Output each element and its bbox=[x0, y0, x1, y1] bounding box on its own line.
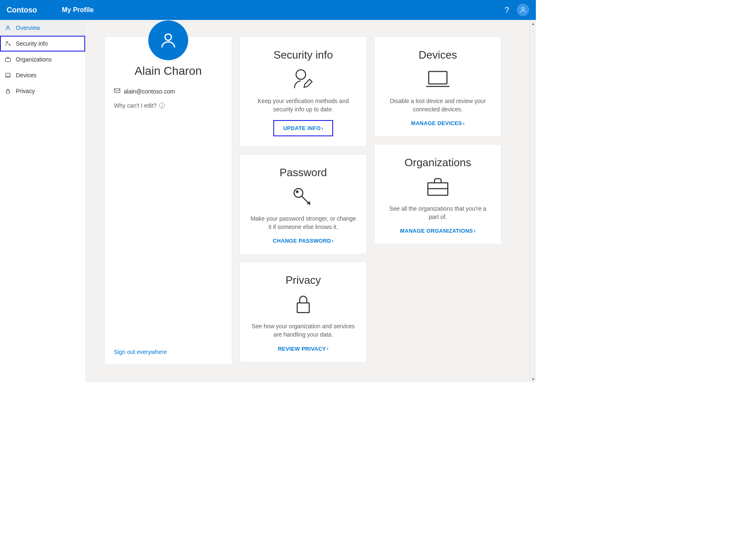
sidebar-item-label: Organizations bbox=[16, 56, 52, 63]
chevron-right-icon: › bbox=[463, 120, 464, 126]
svg-rect-13 bbox=[429, 71, 447, 84]
svg-rect-8 bbox=[114, 89, 120, 92]
header-bar: Contoso My Profile ? bbox=[0, 0, 536, 20]
profile-avatar bbox=[148, 20, 188, 60]
chevron-right-icon: › bbox=[332, 238, 334, 244]
info-icon: i bbox=[159, 103, 165, 108]
person-edit-icon bbox=[291, 67, 315, 91]
sidebar-item-organizations[interactable]: Organizations bbox=[0, 52, 85, 67]
card-desc: See how your organization and services a… bbox=[249, 322, 357, 339]
profile-card: Alain Charon alain@contoso.com Why can't… bbox=[104, 37, 232, 365]
profile-email-row: alain@contoso.com bbox=[114, 88, 175, 95]
briefcase-icon bbox=[4, 56, 12, 63]
sidebar-item-label: Overview bbox=[16, 25, 40, 31]
svg-point-7 bbox=[165, 34, 171, 40]
svg-point-9 bbox=[296, 70, 306, 79]
person-icon bbox=[4, 24, 12, 32]
svg-rect-5 bbox=[6, 73, 10, 76]
brand-label: Contoso bbox=[7, 6, 37, 15]
scroll-up-arrow[interactable]: ▴ bbox=[530, 20, 536, 27]
card-title: Password bbox=[280, 166, 327, 179]
chevron-right-icon: › bbox=[327, 346, 329, 352]
sidebar-item-devices[interactable]: Devices bbox=[0, 67, 85, 83]
help-icon[interactable]: ? bbox=[500, 3, 513, 17]
why-cant-edit[interactable]: Why can't I edit? i bbox=[114, 102, 165, 109]
card-desc: Make your password stronger, or change i… bbox=[249, 215, 357, 231]
update-info-button[interactable]: UPDATE INFO › bbox=[273, 120, 334, 136]
sidebar-item-label: Security info bbox=[16, 40, 48, 47]
svg-rect-12 bbox=[297, 303, 309, 312]
laptop-icon bbox=[4, 71, 12, 79]
svg-rect-6 bbox=[6, 91, 10, 93]
manage-organizations-link[interactable]: MANAGE ORGANIZATIONS › bbox=[400, 228, 476, 234]
svg-point-3 bbox=[9, 44, 10, 45]
card-desc: Disable a lost device and review your co… bbox=[384, 97, 492, 113]
change-password-link[interactable]: CHANGE PASSWORD › bbox=[273, 238, 334, 244]
svg-point-0 bbox=[522, 7, 524, 10]
sidebar-item-privacy[interactable]: Privacy bbox=[0, 83, 85, 99]
profile-email: alain@contoso.com bbox=[124, 88, 175, 95]
svg-point-11 bbox=[297, 191, 298, 193]
scroll-down-arrow[interactable]: ▾ bbox=[530, 376, 536, 382]
lock-icon bbox=[4, 87, 12, 95]
svg-point-2 bbox=[6, 42, 8, 43]
card-desc: Keep your verification methods and secur… bbox=[249, 97, 357, 113]
sidebar: Overview Security info Organizations Dev… bbox=[0, 20, 85, 382]
sidebar-item-security-info[interactable]: Security info bbox=[0, 36, 85, 52]
key-icon bbox=[291, 185, 315, 208]
mail-icon bbox=[114, 88, 120, 95]
svg-point-1 bbox=[7, 26, 9, 28]
privacy-card: Privacy See how your organization and se… bbox=[240, 262, 367, 362]
sidebar-item-overview[interactable]: Overview bbox=[0, 20, 85, 36]
card-title: Privacy bbox=[285, 274, 321, 287]
profile-name: Alain Charon bbox=[114, 64, 223, 78]
security-info-card: Security info Keep your verification met… bbox=[240, 37, 367, 147]
chevron-right-icon: › bbox=[474, 228, 476, 234]
review-privacy-link[interactable]: REVIEW PRIVACY › bbox=[278, 346, 329, 352]
card-title: Organizations bbox=[405, 156, 471, 169]
svg-point-10 bbox=[294, 189, 303, 197]
laptop-icon bbox=[425, 67, 451, 91]
lock-icon bbox=[293, 293, 314, 316]
card-title: Devices bbox=[419, 49, 457, 61]
briefcase-icon bbox=[425, 175, 450, 198]
page-title: My Profile bbox=[62, 6, 93, 14]
sidebar-item-label: Privacy bbox=[16, 88, 35, 94]
password-card: Password Make your password stronger, or… bbox=[240, 154, 367, 254]
sign-out-everywhere-link[interactable]: Sign out everywhere bbox=[114, 349, 167, 355]
user-avatar[interactable] bbox=[517, 4, 529, 16]
card-title: Security info bbox=[273, 49, 333, 61]
person-key-icon bbox=[4, 40, 12, 47]
devices-card: Devices Disable a lost device and review… bbox=[374, 37, 501, 137]
organizations-card: Organizations See all the organizations … bbox=[374, 144, 501, 244]
scrollbar[interactable]: ▴ ▾ bbox=[529, 20, 536, 382]
svg-rect-4 bbox=[5, 58, 10, 61]
sidebar-item-label: Devices bbox=[16, 72, 37, 79]
chevron-right-icon: › bbox=[322, 125, 323, 131]
card-desc: See all the organizations that you're a … bbox=[384, 205, 492, 221]
manage-devices-link[interactable]: MANAGE DEVICES › bbox=[411, 120, 465, 126]
main-content: Alain Charon alain@contoso.com Why can't… bbox=[85, 20, 536, 382]
